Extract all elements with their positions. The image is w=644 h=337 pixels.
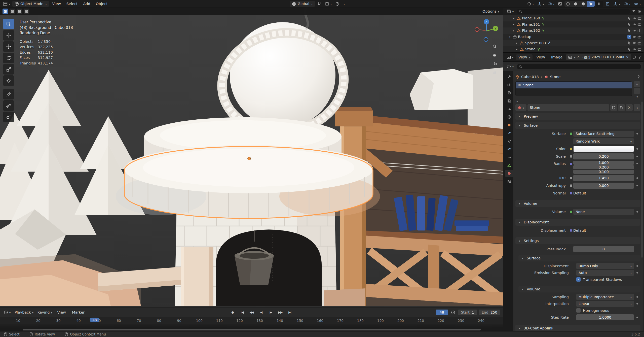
disclosure-triangle-icon[interactable] bbox=[512, 17, 516, 20]
tool-tweak-select[interactable] bbox=[3, 19, 14, 29]
render-camera-icon[interactable] bbox=[637, 29, 641, 32]
panel-displacement-header[interactable]: Displacement bbox=[515, 219, 640, 226]
shading-wireframe-button[interactable] bbox=[564, 1, 572, 7]
new-material-button[interactable] bbox=[618, 104, 625, 111]
tab-physics[interactable] bbox=[505, 146, 513, 153]
timeline-ruler[interactable]: 1020304050607080901001101201301401501601… bbox=[0, 317, 503, 325]
pin-image-icon[interactable] bbox=[638, 55, 641, 59]
render-camera-icon[interactable] bbox=[637, 22, 641, 26]
disclosure-triangle-icon[interactable] bbox=[508, 36, 512, 38]
tab-output[interactable] bbox=[505, 89, 513, 96]
tool-add-cube[interactable] bbox=[3, 112, 14, 122]
options-dropdown[interactable]: Options bbox=[481, 9, 500, 14]
menu-playback[interactable]: Playback bbox=[13, 310, 35, 315]
previous-keyframe-button[interactable]: ◀◀ bbox=[248, 309, 256, 315]
outliner-item-plane-160[interactable]: Plane.160 bbox=[503, 15, 643, 21]
timeline-track[interactable] bbox=[0, 324, 503, 328]
subpanel-volume-header[interactable]: Volume bbox=[518, 286, 640, 292]
panel-applink-header[interactable]: 3D-Coat Applink bbox=[515, 325, 640, 331]
zoom-icon[interactable] bbox=[493, 44, 497, 49]
snap-target-dropdown[interactable] bbox=[324, 1, 333, 7]
select-mode-intersect-button[interactable] bbox=[24, 9, 29, 14]
tab-particles[interactable] bbox=[505, 138, 513, 145]
shading-rendered-button[interactable] bbox=[587, 1, 595, 7]
outliner-item-backup-collection[interactable]: Backup bbox=[503, 34, 643, 40]
slot-list-expander[interactable] bbox=[515, 99, 640, 103]
tab-render[interactable] bbox=[505, 81, 513, 88]
unlink-image-button[interactable] bbox=[626, 55, 629, 59]
tool-annotate[interactable] bbox=[3, 89, 14, 99]
animate-decorator-icon[interactable] bbox=[636, 148, 638, 150]
emission-sampling-dropdown[interactable]: Auto bbox=[576, 270, 634, 276]
render-camera-icon[interactable] bbox=[637, 16, 641, 20]
selectable-cursor-icon[interactable] bbox=[627, 47, 631, 51]
disclosure-triangle-icon[interactable] bbox=[515, 48, 519, 51]
material-slot-list[interactable]: Stone bbox=[515, 81, 632, 96]
disclosure-triangle-icon[interactable] bbox=[515, 42, 519, 44]
animate-decorator-icon[interactable] bbox=[636, 303, 638, 305]
tool-move[interactable] bbox=[3, 41, 14, 52]
hide-eye-icon[interactable] bbox=[632, 41, 636, 45]
outliner-search-input[interactable] bbox=[524, 9, 628, 14]
ior-slider[interactable]: 1.450 bbox=[573, 175, 634, 181]
select-mode-extend-button[interactable] bbox=[10, 9, 15, 14]
editor-type-button[interactable] bbox=[2, 1, 11, 7]
panel-settings-header[interactable]: Settings bbox=[515, 237, 640, 244]
radius-z-field[interactable]: 0.100 bbox=[573, 170, 634, 174]
pause-render-button[interactable] bbox=[596, 1, 603, 7]
outliner-item-sphere-003[interactable]: Sphere.003 bbox=[503, 40, 643, 46]
image-datablock-selector[interactable]: 스크린샷 2025-03-01 135406.png bbox=[566, 54, 631, 60]
menu-image-view[interactable]: View bbox=[534, 55, 547, 60]
shading-material-button[interactable] bbox=[580, 1, 587, 7]
panel-surface-header[interactable]: Surface bbox=[515, 122, 640, 129]
animate-decorator-icon[interactable] bbox=[636, 272, 638, 274]
breadcrumb-object[interactable]: Cube.018 bbox=[521, 75, 539, 79]
toggle-perspective-icon[interactable] bbox=[493, 70, 497, 74]
end-frame-field[interactable]: End250 bbox=[479, 310, 500, 315]
scale-slider[interactable]: 0.200 bbox=[573, 153, 634, 159]
panel-preview-header[interactable]: Preview bbox=[515, 113, 640, 120]
tab-view-layer[interactable] bbox=[505, 97, 513, 104]
render-camera-icon[interactable] bbox=[637, 47, 641, 51]
current-frame-field[interactable]: 48 bbox=[436, 310, 448, 315]
hide-eye-icon[interactable] bbox=[632, 35, 636, 39]
radius-y-field[interactable]: 0.200 bbox=[573, 165, 634, 169]
current-frame-badge[interactable]: 48 bbox=[90, 318, 99, 322]
next-keyframe-button[interactable]: ▶▶ bbox=[276, 309, 284, 315]
outliner-item-plane-161[interactable]: Plane.161 bbox=[503, 21, 643, 28]
jump-to-end-button[interactable]: ▶| bbox=[286, 309, 294, 315]
viewport-visibility-toggle[interactable] bbox=[633, 1, 642, 7]
animate-decorator-icon[interactable] bbox=[636, 156, 638, 157]
render-camera-icon[interactable] bbox=[637, 35, 641, 39]
timeline-editor-type-button[interactable] bbox=[3, 310, 12, 315]
menu-keying[interactable]: Keying bbox=[36, 310, 54, 315]
use-preview-range-button[interactable] bbox=[450, 310, 457, 315]
timeline-scrollbar-thumb[interactable] bbox=[23, 329, 481, 330]
menu-object[interactable]: Object bbox=[94, 1, 110, 6]
image-editor-type-button[interactable] bbox=[505, 54, 515, 60]
surface-shader-dropdown[interactable]: Subsurface Scattering bbox=[573, 131, 634, 137]
image-mode-dropdown[interactable]: View bbox=[516, 54, 533, 60]
jump-to-start-button[interactable]: |◀ bbox=[238, 309, 246, 315]
step-rate-field[interactable]: 1.0000 bbox=[576, 314, 634, 320]
timeline-body[interactable]: 1020304050607080901001101201301401501601… bbox=[0, 317, 503, 328]
outliner-item-plane-162[interactable]: Plane.162 bbox=[503, 27, 643, 34]
animate-decorator-icon[interactable] bbox=[636, 163, 638, 164]
properties-scrollbar[interactable] bbox=[641, 102, 643, 258]
viewport-3d[interactable]: Options Use bbox=[0, 8, 503, 308]
play-reverse-button[interactable]: ◀ bbox=[257, 309, 265, 315]
select-mode-subtract-button[interactable] bbox=[17, 9, 22, 14]
sss-method-dropdown[interactable]: Random Walk bbox=[573, 138, 634, 144]
displacement-method-dropdown[interactable]: Bump Only bbox=[576, 263, 634, 269]
outliner-options-icon[interactable] bbox=[637, 10, 641, 13]
navigation-gizmo[interactable]: Z Y bbox=[473, 18, 499, 43]
axis-z-negative-handle[interactable] bbox=[484, 38, 488, 42]
outliner-search[interactable] bbox=[517, 9, 630, 14]
slot-specials-menu[interactable] bbox=[636, 94, 638, 98]
tool-scale[interactable] bbox=[3, 64, 14, 75]
menu-add[interactable]: Add bbox=[81, 1, 93, 6]
subpanel-surface-header[interactable]: Surface bbox=[518, 255, 640, 261]
disclosure-triangle-icon[interactable] bbox=[512, 29, 516, 32]
start-frame-field[interactable]: Start1 bbox=[458, 310, 477, 315]
disclosure-triangle-icon[interactable] bbox=[512, 23, 516, 26]
